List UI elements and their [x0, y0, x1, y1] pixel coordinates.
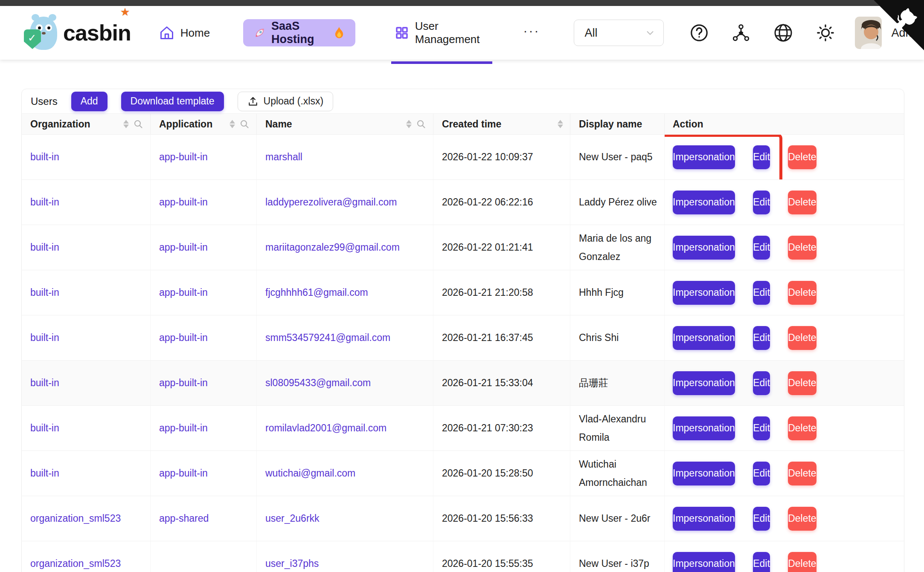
- organization-link[interactable]: organization_sml523: [30, 513, 121, 524]
- graph-button[interactable]: [731, 23, 751, 43]
- organization-link[interactable]: built-in: [30, 332, 59, 343]
- column-header-name[interactable]: Name: [257, 113, 433, 135]
- language-button[interactable]: [773, 23, 793, 43]
- sort-icon[interactable]: [406, 120, 412, 128]
- user-name-link[interactable]: smm534579241@gmail.com: [265, 332, 390, 343]
- search-icon[interactable]: [239, 119, 250, 129]
- nav-saas-hosting[interactable]: SaaS Hosting: [243, 19, 355, 46]
- search-icon[interactable]: [416, 119, 426, 129]
- impersonation-button[interactable]: Impersonation: [673, 326, 735, 350]
- organization-link[interactable]: built-in: [30, 242, 59, 253]
- action-cell: Impersonation Edit Delete: [665, 180, 904, 225]
- search-icon[interactable]: [133, 119, 143, 129]
- edit-button[interactable]: Edit: [753, 552, 770, 572]
- tab-user-management[interactable]: User Management: [395, 20, 488, 46]
- github-corner-link[interactable]: [874, 0, 924, 50]
- user-name-link[interactable]: romilavlad2001@gmail.com: [265, 422, 386, 433]
- impersonation-button[interactable]: Impersonation: [673, 145, 735, 169]
- application-link[interactable]: app-built-in: [159, 332, 208, 343]
- edit-button[interactable]: Edit: [753, 281, 770, 305]
- organization-link[interactable]: built-in: [30, 151, 59, 162]
- theme-toggle-button[interactable]: [816, 23, 835, 43]
- display-name-line: Wutichai: [579, 455, 658, 474]
- column-header-created-time[interactable]: Created time: [433, 113, 570, 135]
- application-link[interactable]: app-built-in: [159, 377, 208, 388]
- impersonation-button[interactable]: Impersonation: [673, 371, 735, 395]
- display-name-cell: Maria de los angGonzalez: [570, 225, 665, 270]
- organization-link[interactable]: organization_sml523: [30, 558, 121, 569]
- application-link[interactable]: app-built-in: [159, 196, 208, 208]
- delete-button[interactable]: Delete: [788, 462, 816, 485]
- brand-logo[interactable]: ✓ casbin ★: [24, 12, 131, 53]
- delete-button[interactable]: Delete: [788, 507, 816, 531]
- column-header-display-name: Display name: [570, 113, 665, 135]
- edit-button[interactable]: Edit: [753, 416, 770, 440]
- help-button[interactable]: [689, 23, 709, 43]
- edit-button[interactable]: Edit: [753, 462, 770, 485]
- edit-button[interactable]: Edit: [753, 145, 770, 169]
- column-header-application[interactable]: Application: [151, 113, 257, 135]
- delete-button[interactable]: Delete: [788, 236, 816, 260]
- impersonation-button[interactable]: Impersonation: [673, 236, 735, 260]
- edit-button[interactable]: Edit: [753, 191, 770, 214]
- impersonation-button[interactable]: Impersonation: [673, 552, 735, 572]
- display-name-line: Hhhh Fjcg: [579, 283, 658, 302]
- sort-icon[interactable]: [123, 120, 129, 128]
- sort-icon[interactable]: [558, 120, 563, 128]
- users-table-card: Users Add Download template Upload (.xls…: [21, 89, 904, 572]
- action-cell: Impersonation Edit Delete: [665, 361, 904, 406]
- organization-link[interactable]: built-in: [30, 468, 59, 479]
- table-row: organization_sml523 app-shared user_2u6r…: [22, 496, 904, 541]
- user-name-link[interactable]: mariitagonzalez99@gmail.com: [265, 242, 400, 253]
- delete-button[interactable]: Delete: [788, 191, 816, 214]
- impersonation-button[interactable]: Impersonation: [673, 507, 735, 531]
- display-name-line: Laddy Pérez olive: [579, 193, 658, 211]
- user-name-link[interactable]: user_2u6rkk: [265, 513, 320, 524]
- delete-button[interactable]: Delete: [788, 416, 816, 440]
- edit-button[interactable]: Edit: [753, 507, 770, 531]
- edit-button[interactable]: Edit: [753, 371, 770, 395]
- action-cell: Impersonation Edit Delete: [665, 315, 904, 361]
- download-template-button[interactable]: Download template: [121, 92, 224, 111]
- nav-overflow-menu[interactable]: ···: [523, 23, 540, 42]
- action-cell: Impersonation Edit Delete: [665, 135, 904, 180]
- organization-link[interactable]: built-in: [30, 422, 59, 433]
- delete-button[interactable]: Delete: [788, 371, 816, 395]
- user-name-link[interactable]: wutichai@gmail.com: [265, 468, 355, 479]
- application-link[interactable]: app-shared: [159, 513, 209, 524]
- column-header-organization[interactable]: Organization: [22, 113, 151, 135]
- impersonation-button[interactable]: Impersonation: [673, 191, 735, 214]
- table-row: built-in app-built-in wutichai@gmail.com…: [22, 451, 904, 496]
- user-name-link[interactable]: user_i37phs: [265, 558, 319, 569]
- add-user-button[interactable]: Add: [71, 92, 108, 111]
- display-name-line: Vlad-Alexandru: [579, 410, 658, 428]
- upload-xlsx-button[interactable]: Upload (.xlsx): [238, 92, 334, 111]
- created-time-value: 2026-01-22 10:09:37: [442, 151, 533, 162]
- fire-icon: [333, 26, 345, 39]
- organization-link[interactable]: built-in: [30, 287, 59, 298]
- impersonation-button[interactable]: Impersonation: [673, 416, 735, 440]
- impersonation-button[interactable]: Impersonation: [673, 462, 735, 485]
- user-name-link[interactable]: sl08095433@gmail.com: [265, 377, 371, 388]
- edit-button[interactable]: Edit: [753, 236, 770, 260]
- application-link[interactable]: app-built-in: [159, 468, 208, 479]
- delete-button[interactable]: Delete: [788, 552, 816, 572]
- application-link[interactable]: app-built-in: [159, 151, 208, 162]
- organization-link[interactable]: built-in: [30, 377, 59, 388]
- organization-filter-select[interactable]: All: [574, 20, 663, 46]
- user-name-link[interactable]: fjcghhhh61@gmail.com: [265, 287, 368, 298]
- delete-button[interactable]: Delete: [788, 145, 816, 169]
- delete-button[interactable]: Delete: [788, 281, 816, 305]
- display-name-cell: Hhhh Fjcg: [570, 270, 665, 315]
- application-link[interactable]: app-built-in: [159, 422, 208, 433]
- edit-button[interactable]: Edit: [753, 326, 770, 350]
- impersonation-button[interactable]: Impersonation: [673, 281, 735, 305]
- nav-home[interactable]: Home: [159, 25, 210, 40]
- user-name-link[interactable]: marshall: [265, 151, 302, 162]
- organization-link[interactable]: built-in: [30, 196, 59, 208]
- sort-icon[interactable]: [230, 120, 235, 128]
- application-link[interactable]: app-built-in: [159, 287, 208, 298]
- delete-button[interactable]: Delete: [788, 326, 816, 350]
- application-link[interactable]: app-built-in: [159, 242, 208, 253]
- user-name-link[interactable]: laddyperezolivera@gmail.com: [265, 196, 397, 208]
